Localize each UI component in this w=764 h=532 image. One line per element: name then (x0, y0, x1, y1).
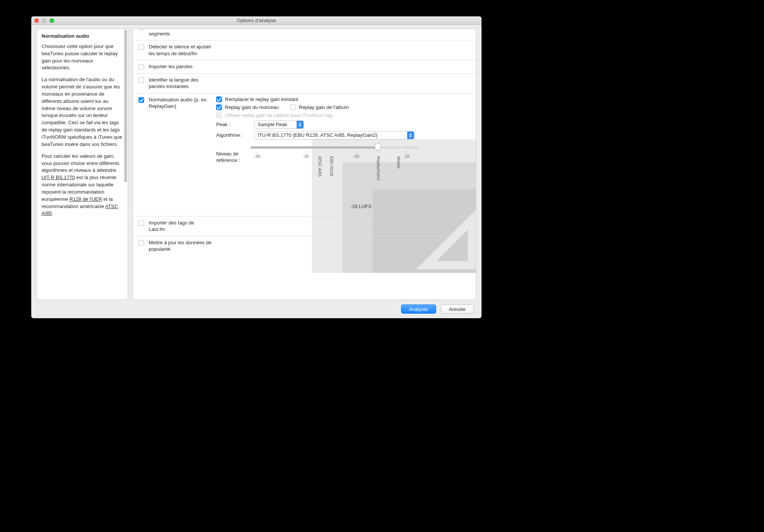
slider-thumb[interactable] (375, 144, 381, 151)
normalisation-controls: Remplacer le replay gain existant Replay… (216, 96, 471, 209)
label-normalisation: Normalisation audio (p. ex. ReplayGain) (149, 96, 212, 110)
lufs-readout: -18 LUFS (250, 204, 471, 209)
dialog-footer: Analyser Annuler (31, 300, 482, 318)
link-r128[interactable]: R128 de l'UER (69, 196, 102, 202)
label-similarities: Rechercher similarités et segments (149, 29, 212, 37)
sidebar-paragraph-2: La normalisation de l'audio ou du volume… (42, 76, 123, 148)
checkbox-similarities[interactable] (138, 29, 144, 30)
checkbox-itunnorm (216, 112, 222, 118)
dialog-window: Options d'analyse Normalisation audio Ch… (31, 16, 482, 318)
label-algorithm: Algorithme : (216, 132, 250, 138)
row-normalisation: Normalisation audio (p. ex. ReplayGain) … (133, 93, 476, 216)
checkbox-replace-gain[interactable] (216, 96, 222, 102)
slider-reference-level[interactable] (250, 146, 418, 149)
sidebar-paragraph-1: Choisissez cette option pour que beaTune… (42, 43, 123, 72)
label-album-gain: Replay gain de l'album (299, 104, 349, 110)
checkbox-lastfm[interactable] (138, 220, 144, 226)
label-lyrics: Importer les paroles (149, 63, 212, 70)
label-peak: Peak : (216, 122, 250, 127)
checkbox-language[interactable] (138, 77, 144, 83)
row-silence: Détecter le silence et ajuster les temps… (133, 40, 476, 60)
label-reference-level: Niveau de référence : (216, 151, 250, 164)
analyze-button[interactable]: Analyser (401, 304, 437, 314)
label-language: Identifier la langue des paroles existan… (149, 77, 212, 90)
options-panel: Rechercher similarités et segments Détec… (133, 29, 476, 300)
chevron-updown-icon (407, 131, 414, 139)
link-uit[interactable]: UIT-R BS.1770 (42, 175, 75, 180)
label-silence: Détecter le silence et ajuster les temps… (149, 43, 212, 57)
sidebar-scrollbar[interactable] (124, 30, 127, 182)
label-popularity: Mettre à jour les données de popularité (149, 239, 212, 253)
row-popularity: Mettre à jour les données de popularité (133, 236, 476, 256)
select-peak[interactable]: Sample Peak (254, 120, 304, 129)
help-sidebar: Normalisation audio Choisissez cette opt… (37, 29, 128, 300)
dialog-body: Normalisation audio Choisissez cette opt… (31, 25, 482, 300)
row-similarities: Rechercher similarités et segments (133, 29, 476, 40)
window-title: Options d'analyse (31, 18, 482, 23)
label-lastfm: Importer des tags de Last.fm (149, 220, 212, 233)
checkbox-album-gain[interactable] (290, 104, 296, 110)
option-rows: Rechercher similarités et segments Détec… (133, 29, 476, 256)
checkbox-silence[interactable] (138, 44, 144, 50)
titlebar: Options d'analyse (31, 16, 482, 25)
slider-ticks: -30 -25 -20 -15 ATSC A/85 EBU R128 Repla… (250, 151, 418, 178)
sidebar-paragraph-3: Pour calculer les valeurs de gain, vous … (42, 153, 123, 218)
label-itunnorm: Utiliser replay gain de l'album pour ITu… (225, 112, 332, 118)
checkbox-popularity[interactable] (138, 240, 144, 246)
row-language: Identifier la langue des paroles existan… (133, 74, 476, 93)
row-lastfm: Importer des tags de Last.fm (133, 216, 476, 236)
checkbox-lyrics[interactable] (138, 64, 144, 70)
label-replace-gain: Remplacer le replay gain existant (225, 96, 298, 102)
checkbox-track-gain[interactable] (216, 104, 222, 110)
sidebar-heading: Normalisation audio (42, 33, 123, 40)
checkbox-normalisation[interactable] (138, 97, 144, 103)
select-algorithm[interactable]: ITU-R BS.1770 (EBU R128, ATSC A/85, Repl… (254, 131, 414, 139)
label-track-gain: Replay gain du morceau (225, 104, 279, 110)
cancel-button[interactable]: Annuler (441, 304, 474, 314)
chevron-updown-icon (297, 121, 303, 128)
row-lyrics: Importer les paroles (133, 60, 476, 74)
